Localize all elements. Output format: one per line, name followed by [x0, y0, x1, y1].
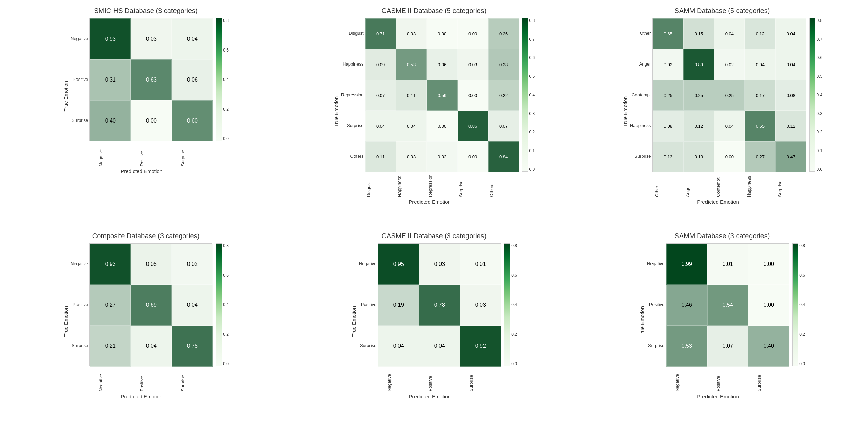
matrix-with-labels: NegativePositiveSurprise0.950.030.010.19… [359, 243, 501, 366]
colorbar-tick: 0.5 [529, 74, 535, 79]
confusion-matrix: 0.930.050.020.270.690.040.210.040.75 [89, 243, 212, 366]
row-label: Surprise [71, 325, 88, 366]
matrix-cell: 0.25 [714, 80, 745, 111]
row-label: Positive [71, 284, 88, 325]
matrix-cell: 0.00 [458, 18, 488, 49]
chart-samm-5: SAMM Database (5 categories)True Emotion… [580, 3, 865, 225]
matrix-cell: 0.25 [653, 80, 683, 111]
col-labels: NegativePositiveSurprise [80, 368, 203, 391]
chart-casme2-5: CASME II Database (5 categories)True Emo… [292, 3, 576, 225]
matrix-cell: 0.04 [172, 285, 213, 326]
matrix-cell: 0.40 [748, 326, 789, 367]
chart-body: True EmotionNegativePositiveSurprise0.93… [63, 243, 229, 399]
colorbar-tick: 0.0 [799, 361, 805, 366]
chart-title-casme2-5: CASME II Database (5 categories) [382, 7, 487, 15]
row-label: Repression [341, 80, 364, 110]
matrix-cell: 0.95 [378, 244, 419, 285]
matrix-cell: 0.03 [396, 18, 427, 49]
row-label: Surprise [647, 325, 664, 366]
matrix-cell: 0.00 [458, 141, 488, 172]
colorbar [792, 243, 798, 366]
matrix-cell: 0.26 [488, 18, 519, 49]
y-axis-label: True Emotion [63, 81, 69, 111]
matrix-cell: 0.65 [745, 111, 775, 141]
col-label: Disgust [353, 173, 384, 197]
colorbar-tick: 0.8 [529, 18, 535, 23]
y-axis-label: True Emotion [333, 96, 339, 127]
col-label: Positive [121, 142, 162, 166]
colorbar-ticks: 0.80.60.40.20.0 [223, 243, 229, 366]
chart-title-casme2-3: CASME II Database (3 categories) [382, 232, 487, 240]
row-labels: OtherAngerContemptHappinessSurprise [630, 18, 651, 172]
colorbar-tick: 0.0 [511, 361, 517, 366]
colorbar-tick: 0.2 [511, 332, 517, 337]
colorbar-tick: 0.4 [529, 92, 535, 97]
col-labels: NegativePositiveSurprise [80, 142, 203, 166]
row-label: Positive [359, 284, 376, 325]
matrix-cell: 0.92 [460, 326, 501, 367]
matrix-cell: 0.03 [419, 244, 460, 285]
matrix-and-colorbar: NegativePositiveSurprise0.950.030.010.19… [359, 243, 517, 399]
colorbar-ticks: 0.80.60.40.20.0 [799, 243, 805, 366]
colorbar [216, 243, 222, 366]
matrix-cell: 0.01 [707, 244, 748, 285]
chart-title-samm-5: SAMM Database (5 categories) [674, 7, 770, 15]
matrix-cell: 0.02 [172, 244, 213, 285]
col-label: Repression [415, 173, 445, 197]
matrix-cell: 0.04 [378, 326, 419, 367]
col-label: Other [641, 173, 672, 197]
matrix-cell: 0.19 [378, 285, 419, 326]
matrix-cell: 0.00 [427, 18, 458, 49]
matrix-cell: 0.07 [707, 326, 748, 367]
colorbar-container: 0.80.70.60.50.40.30.20.10.0 [522, 18, 535, 172]
row-label: Negative [647, 243, 664, 284]
matrix-cell: 0.08 [653, 111, 683, 141]
colorbar [216, 18, 222, 141]
matrix-cell: 0.06 [172, 59, 213, 100]
x-axis-title: Predicted Emotion [697, 199, 739, 205]
matrix-cell: 0.31 [90, 59, 131, 100]
chart-body: True EmotionNegativePositiveSurprise0.93… [63, 18, 229, 174]
colorbar-tick: 0.2 [223, 107, 229, 112]
confusion-matrix: 0.930.030.040.310.630.060.400.000.60 [89, 18, 212, 141]
col-label: Negative [80, 368, 121, 391]
col-label: Happiness [384, 173, 415, 197]
chart-body: True EmotionDisgustHappinessRepressionSu… [333, 18, 535, 205]
col-labels: OtherAngerContemptHappinessSurprise [641, 173, 795, 197]
colorbar-tick: 0.5 [816, 74, 822, 79]
matrix-cell: 0.47 [775, 141, 806, 172]
colorbar-tick: 0.4 [799, 302, 805, 307]
col-labels: DisgustHappinessRepressionSurpriseOthers [353, 173, 507, 197]
confusion-matrix: 0.950.030.010.190.780.030.040.040.92 [378, 243, 501, 366]
col-label: Surprise [445, 173, 476, 197]
chart-smic-hs-3: SMIC-HS Database (3 categories)True Emot… [3, 3, 288, 225]
colorbar-tick: 0.2 [223, 332, 229, 337]
row-label: Happiness [630, 110, 651, 141]
colorbar-tick: 0.8 [799, 243, 805, 248]
matrix-with-labels: OtherAngerContemptHappinessSurprise0.650… [630, 18, 806, 172]
colorbar-tick: 0.6 [799, 273, 805, 278]
matrix-cell: 0.04 [745, 49, 775, 80]
row-label: Surprise [630, 141, 651, 172]
col-label: Happiness [733, 173, 764, 197]
matrix-cell: 0.28 [488, 49, 519, 80]
matrix-and-colorbar: NegativePositiveSurprise0.990.010.000.46… [647, 243, 805, 399]
matrix-wrapper: NegativePositiveSurprise0.930.030.040.31… [71, 18, 212, 174]
x-axis-title: Predicted Emotion [121, 168, 163, 174]
col-label: Surprise [764, 173, 795, 197]
col-label: Negative [368, 368, 409, 391]
matrix-cell: 0.59 [427, 80, 458, 111]
row-label: Surprise [359, 325, 376, 366]
matrix-cell: 0.40 [90, 100, 131, 141]
matrix-cell: 0.00 [427, 111, 458, 141]
matrix-cell: 0.27 [745, 141, 775, 172]
matrix-cell: 0.04 [365, 111, 396, 141]
matrix-cell: 0.12 [745, 18, 775, 49]
chart-composite-3: Composite Database (3 categories)True Em… [3, 229, 288, 440]
colorbar-tick: 0.7 [816, 37, 822, 42]
colorbar-container: 0.80.60.40.20.0 [216, 18, 229, 141]
matrix-cell: 0.04 [396, 111, 427, 141]
colorbar-tick: 0.4 [223, 302, 229, 307]
colorbar-ticks: 0.80.70.60.50.40.30.20.10.0 [529, 18, 535, 172]
chart-title-composite-3: Composite Database (3 categories) [92, 232, 200, 240]
